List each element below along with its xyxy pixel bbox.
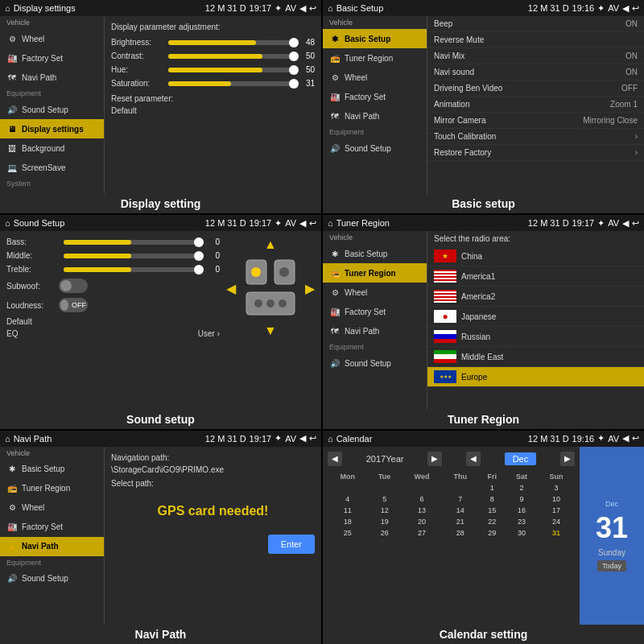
region-america1[interactable]: America1 [427, 266, 644, 287]
tuner-sidebar-factory[interactable]: 🏭Factory Set [323, 302, 427, 321]
cal-day[interactable]: 16 [506, 505, 538, 516]
cal-day[interactable]: 20 [402, 516, 442, 527]
cal-day[interactable]: 28 [442, 527, 478, 539]
navi-sound-row[interactable]: Navi soundON [427, 64, 644, 80]
bass-track[interactable] [64, 240, 199, 245]
region-japanese[interactable]: ● Japanese [427, 307, 644, 327]
seat-up-btn[interactable]: ▲ [264, 237, 277, 252]
cal-day[interactable] [328, 482, 367, 493]
basic-sidebar-basic-setup[interactable]: ✱Basic Setup [323, 29, 427, 48]
cal-day[interactable]: 17 [538, 505, 575, 516]
cal-day[interactable]: 13 [402, 505, 442, 516]
cal-day[interactable] [402, 482, 442, 493]
basic-sidebar-sound[interactable]: 🔊Sound Setup [323, 138, 427, 158]
navi-mix-row[interactable]: Navi MixON [427, 48, 644, 64]
cal-day[interactable]: 9 [506, 493, 538, 505]
back-icon3[interactable]: ↩ [309, 218, 316, 229]
back-icon6[interactable]: ↩ [632, 433, 639, 444]
cal-day[interactable]: 5 [367, 493, 402, 505]
cal-day[interactable]: 30 [506, 527, 538, 539]
cal-day[interactable]: 7 [442, 493, 478, 505]
cal-day[interactable]: 27 [402, 527, 442, 539]
back-icon4[interactable]: ↩ [632, 218, 639, 229]
reverse-mute-row[interactable]: Reverse Mute [427, 32, 644, 48]
navi-sidebar-basic[interactable]: ✱Basic Setup [0, 460, 104, 479]
tuner-sidebar-sound[interactable]: 🔊Sound Setup [323, 353, 427, 373]
back-icon5[interactable]: ↩ [309, 433, 316, 444]
today-button[interactable]: Today [597, 560, 626, 572]
sidebar-item-sound-setup[interactable]: 🔊Sound Setup [0, 100, 104, 119]
cal-day[interactable]: 4 [328, 493, 367, 505]
saturation-track[interactable] [168, 81, 294, 86]
cal-day[interactable]: 23 [506, 516, 538, 527]
tuner-sidebar-navi[interactable]: 🗺Navi Path [323, 321, 427, 341]
sidebar-item-navi-path[interactable]: 🗺Navi Path [0, 68, 104, 87]
brightness-track[interactable] [168, 40, 294, 45]
restore-factory-row[interactable]: Restore Factory› [427, 145, 644, 161]
eq-value[interactable]: User › [198, 329, 220, 338]
contrast-track[interactable] [168, 54, 294, 59]
subwoof-toggle[interactable] [59, 279, 88, 293]
tuner-sidebar-basic[interactable]: ✱Basic Setup [323, 244, 427, 263]
cal-day[interactable]: 19 [367, 516, 402, 527]
cal-day[interactable]: 11 [328, 505, 367, 516]
cal-day[interactable]: 24 [538, 516, 575, 527]
basic-sidebar-wheel[interactable]: ⚙Wheel [323, 68, 427, 87]
sidebar-item-display-settings[interactable]: 🖥Display settings [0, 119, 104, 138]
cal-day[interactable]: 3 [538, 482, 575, 493]
animation-row[interactable]: AnimationZoom 1 [427, 97, 644, 113]
sidebar-item-factory-set[interactable]: 🏭Factory Set [0, 48, 104, 68]
prev-month-btn[interactable]: ◀ [466, 452, 481, 466]
mirror-camera-row[interactable]: Mirror CameraMirroring Close [427, 113, 644, 129]
cal-day[interactable]: 21 [442, 516, 478, 527]
enter-button[interactable]: Enter [268, 535, 315, 554]
cal-day[interactable]: 18 [328, 516, 367, 527]
sound-default-label[interactable]: Default [6, 317, 220, 326]
cal-day[interactable]: 1 [478, 482, 506, 493]
region-america2[interactable]: America2 [427, 287, 644, 307]
touch-cal-row[interactable]: Touch Calibration› [427, 129, 644, 145]
navi-sidebar-sound[interactable]: 🔊Sound Setup [0, 569, 104, 588]
seat-down-btn[interactable]: ▼ [264, 324, 277, 338]
loudness-toggle[interactable]: OFF [59, 298, 88, 312]
cal-day[interactable] [367, 482, 402, 493]
region-russian[interactable]: Russian [427, 327, 644, 347]
sidebar-item-screensave[interactable]: 💻ScreenSave [0, 158, 104, 177]
cal-day[interactable]: 25 [328, 527, 367, 539]
cal-day-31[interactable]: 31 [538, 527, 575, 539]
cal-day[interactable] [442, 482, 478, 493]
basic-sidebar-factory[interactable]: 🏭Factory Set [323, 87, 427, 106]
treble-track[interactable] [64, 267, 199, 272]
seat-right-btn[interactable]: ▶ [305, 280, 315, 295]
tuner-sidebar-tuner[interactable]: 📻Tuner Region [323, 263, 427, 283]
cal-day[interactable]: 15 [478, 505, 506, 516]
basic-sidebar-navi[interactable]: 🗺Navi Path [323, 106, 427, 126]
cal-day[interactable]: 14 [442, 505, 478, 516]
cal-day[interactable]: 10 [538, 493, 575, 505]
back-icon[interactable]: ↩ [309, 3, 316, 14]
cal-day[interactable]: 22 [478, 516, 506, 527]
navi-sidebar-navi[interactable]: ▲Navi Path [0, 537, 104, 556]
cal-day[interactable]: 2 [506, 482, 538, 493]
back-icon2[interactable]: ↩ [632, 3, 639, 14]
sidebar-item-background[interactable]: 🖼Background [0, 138, 104, 158]
basic-sidebar-tuner[interactable]: 📻Tuner Region [323, 48, 427, 68]
next-month-btn[interactable]: ▶ [560, 452, 575, 466]
hue-track[interactable] [168, 68, 294, 72]
prev-year-btn[interactable]: ◀ [328, 452, 342, 466]
default-label[interactable]: Default [111, 106, 315, 115]
cal-day[interactable]: 26 [367, 527, 402, 539]
region-china[interactable]: ★ China [427, 246, 644, 266]
cal-day[interactable]: 12 [367, 505, 402, 516]
cal-day[interactable]: 6 [402, 493, 442, 505]
cal-day[interactable]: 29 [478, 527, 506, 539]
navi-sidebar-factory[interactable]: 🏭Factory Set [0, 518, 104, 537]
next-year-btn[interactable]: ▶ [427, 452, 442, 466]
cal-day[interactable]: 8 [478, 493, 506, 505]
sidebar-item-wheel[interactable]: ⚙Wheel [0, 29, 104, 48]
tuner-sidebar-wheel[interactable]: ⚙Wheel [323, 283, 427, 302]
middle-track[interactable] [64, 254, 199, 258]
navi-sidebar-tuner[interactable]: 📻Tuner Region [0, 479, 104, 498]
navi-sidebar-wheel[interactable]: ⚙Wheel [0, 498, 104, 518]
region-middle-east[interactable]: Middle East [427, 347, 644, 367]
